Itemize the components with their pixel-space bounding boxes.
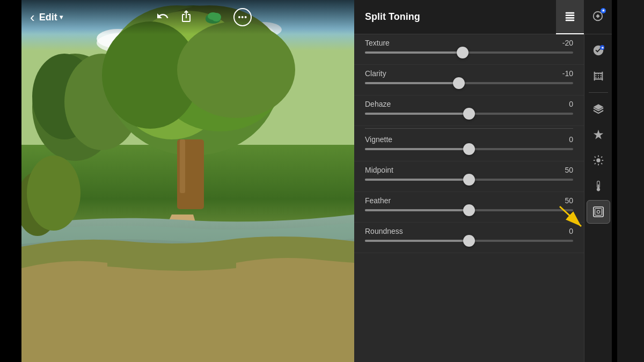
dehaze-thumb[interactable] (463, 108, 475, 120)
texture-track[interactable] (365, 51, 573, 54)
texture-thumb[interactable] (457, 47, 469, 58)
share-button[interactable] (180, 10, 193, 25)
feather-thumb[interactable] (463, 204, 475, 216)
sliders-area: Texture -20 Clarity -10 (354, 34, 584, 362)
left-black-bar (0, 0, 21, 362)
dehaze-slider-row: Dehaze 0 (354, 95, 584, 126)
panel-body: Texture -20 Clarity -10 (354, 34, 612, 362)
roundness-track[interactable] (365, 240, 573, 242)
vignette-track[interactable] (365, 148, 573, 150)
panel-presets-button[interactable]: ★ (584, 0, 612, 34)
svg-line-43 (594, 163, 595, 164)
top-toolbar: ‹ Edit ▾ (21, 0, 354, 34)
undo-button[interactable] (156, 10, 169, 25)
vignette-label: Vignette (365, 135, 392, 144)
texture-slider-row: Texture -20 (354, 34, 584, 65)
svg-rect-29 (566, 19, 575, 21)
clarity-value: -10 (557, 69, 573, 78)
svg-rect-48 (595, 209, 602, 216)
midpoint-track[interactable] (365, 179, 573, 181)
dehaze-track[interactable] (365, 113, 573, 115)
photo-container: ‹ Edit ▾ (21, 0, 354, 362)
clarity-slider-row: Clarity -10 (354, 65, 584, 95)
svg-line-32 (560, 206, 581, 226)
edit-text: Edit (39, 12, 57, 23)
midpoint-slider-row: Midpoint 50 (354, 161, 584, 192)
ai-enhance-icon[interactable] (587, 123, 610, 146)
color-temp-icon[interactable] (587, 174, 610, 198)
dehaze-label: Dehaze (365, 100, 391, 108)
svg-line-41 (601, 163, 602, 164)
roundness-label: Roundness (365, 227, 403, 235)
svg-rect-22 (180, 139, 185, 193)
section-separator (365, 128, 573, 129)
more-button[interactable]: ••• (233, 8, 252, 26)
clarity-thumb[interactable] (453, 77, 465, 89)
photo-image (21, 0, 354, 362)
svg-point-25 (27, 156, 80, 231)
layers-icon[interactable] (587, 97, 610, 121)
svg-point-49 (597, 210, 600, 213)
right-panel: Split Toning ★ (354, 0, 612, 362)
cloud-icon (203, 10, 223, 25)
arrow-annotation (557, 204, 584, 233)
dehaze-value: 0 (557, 100, 573, 108)
svg-point-46 (596, 188, 599, 191)
feather-label: Feather (365, 196, 391, 205)
panel-header: Split Toning ★ (354, 0, 612, 34)
panel-view-button[interactable] (556, 0, 584, 34)
clarity-track[interactable] (365, 82, 573, 84)
svg-rect-27 (566, 14, 575, 16)
midpoint-label: Midpoint (365, 166, 393, 174)
vignette-slider-row: Vignette 0 (354, 131, 584, 161)
edit-label: Edit ▾ (39, 12, 63, 23)
right-black-bar (612, 0, 617, 362)
vignette-sidebar-icon[interactable] (587, 200, 610, 224)
svg-line-40 (594, 157, 595, 158)
back-button[interactable]: ‹ (30, 9, 35, 26)
panel-title: Split Toning (365, 11, 556, 23)
healing-icon[interactable]: ★ (587, 39, 610, 62)
svg-rect-26 (566, 12, 575, 13)
light-icon[interactable] (587, 149, 610, 172)
transform-icon[interactable] (587, 64, 610, 88)
roundness-thumb[interactable] (463, 235, 475, 247)
texture-label: Texture (365, 39, 390, 47)
svg-rect-28 (566, 17, 575, 18)
feather-slider-row: Feather 50 (354, 192, 584, 223)
feather-track[interactable] (365, 209, 573, 211)
icon-separator (589, 92, 608, 93)
svg-point-20 (177, 21, 295, 118)
texture-value: -20 (557, 39, 573, 47)
midpoint-value: 50 (557, 166, 573, 174)
roundness-slider-row: Roundness 0 (354, 223, 584, 253)
midpoint-thumb[interactable] (463, 174, 475, 186)
clarity-label: Clarity (365, 69, 386, 78)
side-icon-bar: ★ (584, 34, 612, 362)
vignette-value: 0 (557, 135, 573, 144)
svg-point-35 (596, 158, 600, 162)
svg-point-3 (208, 12, 218, 20)
svg-line-42 (601, 157, 602, 158)
vignette-thumb[interactable] (463, 143, 475, 155)
